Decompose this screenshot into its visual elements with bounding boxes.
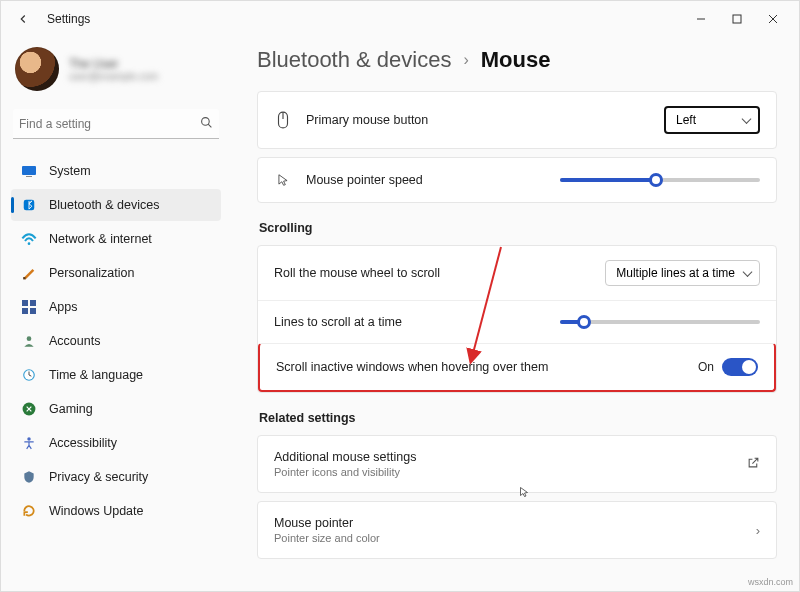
sidebar-item-label: Bluetooth & devices [49,198,160,212]
titlebar: Settings [1,1,799,37]
roll-wheel-label: Roll the mouse wheel to scroll [274,266,591,280]
sidebar-item-system[interactable]: System [11,155,221,187]
svg-point-19 [27,437,31,441]
user-profile[interactable]: The User user@example.com [11,45,221,105]
pointer-speed-card: Mouse pointer speed [257,157,777,203]
pointer-speed-label: Mouse pointer speed [306,173,546,187]
update-icon [21,503,37,519]
scrolling-header: Scrolling [259,221,777,235]
bluetooth-icon [21,197,37,213]
lines-scroll-label: Lines to scroll at a time [274,315,546,329]
privacy-icon [21,469,37,485]
sidebar-item-time[interactable]: Time & language [11,359,221,391]
personalization-icon [21,265,37,281]
sidebar-item-bluetooth[interactable]: Bluetooth & devices [11,189,221,221]
additional-sub: Pointer icons and visibility [274,466,733,478]
page-title: Mouse [481,47,551,73]
sidebar-item-label: Gaming [49,402,93,416]
search-field[interactable] [19,117,200,131]
sidebar-item-personalization[interactable]: Personalization [11,257,221,289]
svg-rect-12 [30,300,36,306]
sidebar-item-update[interactable]: Windows Update [11,495,221,527]
user-name: The User [69,57,158,71]
external-link-icon [747,456,760,472]
svg-rect-1 [733,15,741,23]
accounts-icon [21,333,37,349]
scroll-inactive-row: Scroll inactive windows when hovering ov… [258,343,776,392]
primary-button-card: Primary mouse button Left [257,91,777,149]
breadcrumb: Bluetooth & devices › Mouse [257,47,777,73]
search-input[interactable] [13,109,219,139]
mouse-icon [274,111,292,129]
sidebar-item-label: Time & language [49,368,143,382]
svg-rect-11 [22,300,28,306]
accessibility-icon [21,435,37,451]
chevron-right-icon: › [756,523,760,538]
time-icon [21,367,37,383]
additional-settings-card[interactable]: Additional mouse settings Pointer icons … [257,435,777,493]
sidebar-item-label: System [49,164,91,178]
pointer-speed-slider[interactable] [560,178,760,182]
minimize-button[interactable] [683,5,719,33]
network-icon [21,231,37,247]
back-button[interactable] [9,5,37,33]
pointer-sub: Pointer size and color [274,532,742,544]
svg-rect-14 [30,308,36,314]
svg-line-5 [208,124,211,127]
lines-scroll-slider[interactable] [560,320,760,324]
sidebar-item-label: Windows Update [49,504,144,518]
svg-rect-7 [26,176,32,177]
additional-title: Additional mouse settings [274,450,733,464]
sidebar-item-privacy[interactable]: Privacy & security [11,461,221,493]
scroll-inactive-toggle[interactable] [722,358,758,376]
primary-button-select[interactable]: Left [664,106,760,134]
window-title: Settings [47,12,90,26]
sidebar-item-label: Accounts [49,334,100,348]
system-icon [21,163,37,179]
svg-point-4 [202,117,210,125]
avatar [15,47,59,91]
sidebar-item-label: Network & internet [49,232,152,246]
watermark: wsxdn.com [748,577,793,587]
nav-list: System Bluetooth & devices Network & int… [11,155,221,527]
mouse-pointer-card[interactable]: Mouse pointer Pointer size and color › [257,501,777,559]
close-button[interactable] [755,5,791,33]
sidebar-item-accounts[interactable]: Accounts [11,325,221,357]
user-email: user@example.com [69,71,158,82]
scroll-inactive-label: Scroll inactive windows when hovering ov… [276,360,684,374]
svg-rect-10 [23,277,25,279]
sidebar: The User user@example.com System Bluetoo… [1,37,231,591]
gaming-icon [21,401,37,417]
svg-rect-13 [22,308,28,314]
related-header: Related settings [259,411,777,425]
sidebar-item-gaming[interactable]: Gaming [11,393,221,425]
search-icon [200,116,213,132]
cursor-icon [274,172,292,188]
svg-point-9 [28,242,31,245]
sidebar-item-label: Personalization [49,266,134,280]
apps-icon [21,299,37,315]
sidebar-item-label: Accessibility [49,436,117,450]
maximize-button[interactable] [719,5,755,33]
pointer-title: Mouse pointer [274,516,742,530]
sidebar-item-accessibility[interactable]: Accessibility [11,427,221,459]
primary-button-label: Primary mouse button [306,113,650,127]
svg-rect-6 [22,166,36,175]
scrolling-card: Roll the mouse wheel to scroll Multiple … [257,245,777,393]
sidebar-item-network[interactable]: Network & internet [11,223,221,255]
sidebar-item-label: Apps [49,300,78,314]
sidebar-item-apps[interactable]: Apps [11,291,221,323]
roll-wheel-select[interactable]: Multiple lines at a time [605,260,760,286]
breadcrumb-parent[interactable]: Bluetooth & devices [257,47,451,73]
toggle-state-text: On [698,360,714,374]
svg-point-15 [27,336,32,341]
chevron-right-icon: › [463,51,468,69]
sidebar-item-label: Privacy & security [49,470,148,484]
main-content: Bluetooth & devices › Mouse Primary mous… [231,37,799,591]
